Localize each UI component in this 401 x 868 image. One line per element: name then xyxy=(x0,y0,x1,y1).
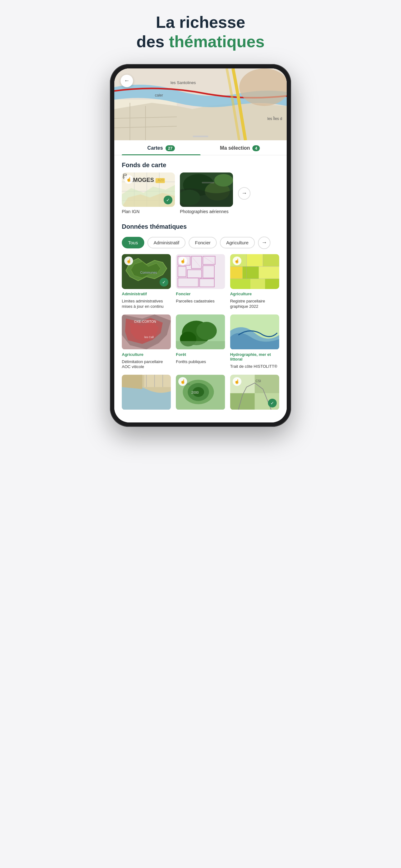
data-item-foncier[interactable]: ☝ Foncier Parcelles cadastrales xyxy=(176,254,225,309)
data-item-agriculture[interactable]: ☝ Agriculture Registre parcellaire graph… xyxy=(230,254,279,309)
data-item-admin[interactable]: Communes ☝ ✓ Administratif Limites admin… xyxy=(122,254,171,309)
data-label-admin: Limites administratives mises à jour en … xyxy=(122,299,171,309)
touch-icon-ign: ☝ xyxy=(124,175,133,184)
data-category-agri: Agriculture xyxy=(230,291,279,296)
map-thumb-ign[interactable]: LIMOGES A20 ☝ ✓ Plan IGN xyxy=(122,173,175,214)
data-label-agri: Registre parcellaire graphique 2022 xyxy=(230,299,279,309)
svg-text:les Santolines: les Santolines xyxy=(170,80,196,85)
headline: La richesse des thématiques xyxy=(136,12,265,52)
data-item-foret[interactable]: Forêt Forêts publiques xyxy=(176,314,225,370)
svg-text:CSI: CSI xyxy=(256,379,261,383)
data-category-hydro: Hydrographie, mer et littoral xyxy=(230,352,279,362)
tab-selection-badge: 4 xyxy=(252,145,260,151)
check-badge-topo3: ✓ xyxy=(268,399,277,407)
phone-screen: les Santolines caler les Îles d ← Cartes… xyxy=(114,68,287,423)
svg-rect-79 xyxy=(255,375,279,393)
map-thumb-aerial[interactable]: Photographies aériennes xyxy=(180,173,233,214)
touch-icon-admin: ☝ xyxy=(124,256,133,265)
phone-frame: les Santolines caler les Îles d ← Cartes… xyxy=(110,64,291,427)
map-thumb-ign-label: Plan IGN xyxy=(122,209,175,214)
svg-rect-47 xyxy=(230,267,242,279)
data-thumb-foret xyxy=(176,314,225,349)
tab-selection[interactable]: Ma sélection 4 xyxy=(201,145,279,155)
data-item-topo1[interactable] xyxy=(122,375,171,415)
drag-handle[interactable] xyxy=(193,135,208,137)
svg-rect-48 xyxy=(242,267,259,279)
donnees-section-title: Données thématiques xyxy=(114,217,287,234)
data-item-topo3[interactable]: CSI ☝ ✓ xyxy=(230,375,279,415)
check-badge-ign: ✓ xyxy=(164,195,172,204)
fonds-section-title: Fonds de carte xyxy=(114,155,287,173)
data-label-aoc: Délimitation parcellaire AOC viticole xyxy=(122,359,171,370)
data-thumb-topo3: CSI ☝ ✓ xyxy=(230,375,279,410)
data-thumb-aoc: OXE-CORTON les Call xyxy=(122,314,171,349)
data-thumb-agriculture: ☝ xyxy=(230,254,279,289)
svg-text:les Îles d: les Îles d xyxy=(267,116,282,121)
data-item-hydro[interactable]: Hydrographie, mer et littoral Trait de c… xyxy=(230,314,279,370)
back-button[interactable]: ← xyxy=(121,75,133,87)
filter-chips: Tous Administratif Foncier Agriculture → xyxy=(114,234,287,254)
svg-rect-64 xyxy=(176,341,225,349)
svg-rect-19 xyxy=(156,178,165,183)
touch-icon-topo3: ☝ xyxy=(233,377,241,386)
data-category-aoc: Agriculture xyxy=(122,352,171,357)
svg-text:OXE-CORTON: OXE-CORTON xyxy=(134,320,156,323)
maps-scroll: LIMOGES A20 ☝ ✓ Plan IGN xyxy=(114,173,287,214)
maps-arrow-btn[interactable]: → xyxy=(238,187,250,200)
chip-foncier[interactable]: Foncier xyxy=(189,237,217,248)
touch-icon-agri: ☝ xyxy=(233,256,241,265)
data-thumb-topo2: 2000 ACA ☝ xyxy=(176,375,225,410)
svg-rect-50 xyxy=(230,279,251,289)
svg-point-26 xyxy=(214,174,233,187)
data-item-aoc[interactable]: OXE-CORTON les Call Agriculture Délimita… xyxy=(122,314,171,370)
map-thumb-aerial-img xyxy=(180,173,233,207)
map-area: les Santolines caler les Îles d ← xyxy=(114,68,287,140)
map-thumb-aerial-label: Photographies aériennes xyxy=(180,209,233,214)
svg-text:2000: 2000 xyxy=(192,391,199,394)
svg-rect-45 xyxy=(246,254,263,266)
data-category-foncier: Foncier xyxy=(176,291,225,296)
headline-title: La richesse des thématiques xyxy=(136,12,265,52)
svg-rect-67 xyxy=(144,375,171,387)
svg-point-62 xyxy=(196,322,217,340)
data-thumb-foncier: ☝ xyxy=(176,254,225,289)
data-label-foncier: Parcelles cadastrales xyxy=(176,299,225,304)
chip-admin[interactable]: Administratif xyxy=(147,237,186,248)
tab-cartes[interactable]: Cartes 27 xyxy=(122,145,201,155)
svg-text:Communes: Communes xyxy=(140,271,157,274)
data-label-foret: Forêts publiques xyxy=(176,359,225,365)
data-category-admin: Administratif xyxy=(122,291,171,296)
svg-rect-49 xyxy=(259,267,279,279)
svg-text:les Call: les Call xyxy=(144,336,154,339)
page-wrapper: La richesse des thématiques xyxy=(100,12,301,427)
svg-rect-27 xyxy=(202,182,214,183)
data-thumb-hydro xyxy=(230,314,279,349)
data-thumb-admin: Communes ☝ ✓ xyxy=(122,254,171,289)
data-label-hydro: Trait de côte HISTOLITT® xyxy=(230,364,279,369)
svg-text:caler: caler xyxy=(155,93,163,97)
chip-tous[interactable]: Tous xyxy=(122,237,144,248)
data-grid: Communes ☝ ✓ Administratif Limites admin… xyxy=(114,254,287,423)
svg-rect-51 xyxy=(250,279,265,289)
svg-rect-46 xyxy=(263,254,279,266)
data-thumb-topo1 xyxy=(122,375,171,410)
chips-arrow-btn[interactable]: → xyxy=(258,237,270,249)
tabs-row: Cartes 27 Ma sélection 4 xyxy=(114,140,287,155)
data-category-foret: Forêt xyxy=(176,352,225,357)
tab-cartes-badge: 27 xyxy=(166,145,175,151)
chip-agriculture[interactable]: Agriculture xyxy=(220,237,255,248)
svg-rect-52 xyxy=(265,279,279,289)
map-thumb-ign-img: LIMOGES A20 ☝ ✓ xyxy=(122,173,175,207)
data-item-topo2[interactable]: 2000 ACA ☝ xyxy=(176,375,225,415)
sheet-content: Cartes 27 Ma sélection 4 Fonds de carte xyxy=(114,140,287,423)
